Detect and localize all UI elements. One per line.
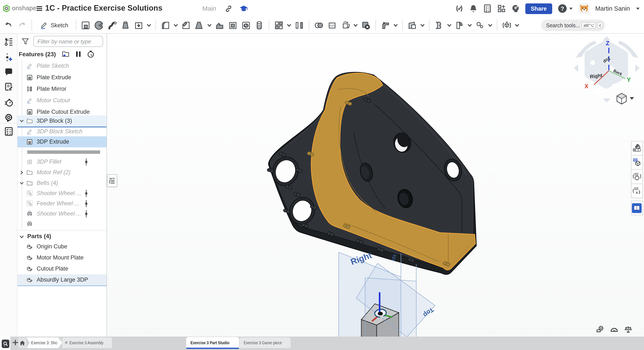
feature-row[interactable]: Motor Ref (2) [17, 167, 106, 178]
comments-icon[interactable] [4, 68, 13, 77]
part-row[interactable]: Absurdly Large 3DP [17, 274, 106, 286]
filter-icon[interactable] [22, 38, 29, 45]
protractor-icon[interactable] [610, 326, 618, 334]
chevron-down-icon[interactable] [636, 7, 640, 10]
version-tree-icon[interactable] [4, 38, 13, 46]
product-name[interactable]: onshape [12, 4, 36, 12]
feature-row[interactable]: 3DP Block (3) [17, 116, 106, 126]
hole-tool-icon[interactable] [241, 20, 252, 30]
chevron-right-icon[interactable] [19, 170, 24, 175]
help-menu[interactable]: ? [558, 4, 573, 13]
performance-icon[interactable] [4, 98, 13, 107]
sweep-tool-icon[interactable] [107, 20, 118, 30]
chamfer-tool-icon[interactable] [181, 20, 192, 30]
link-icon[interactable] [225, 5, 232, 12]
search-tools[interactable]: Search tools... alt/⌥ c [541, 20, 605, 31]
tape-measure-icon[interactable] [596, 326, 604, 334]
insert-feature-icon[interactable] [4, 53, 13, 62]
part-row[interactable]: Origin Cube [17, 241, 106, 252]
part-row[interactable]: Cutout Plate [17, 263, 106, 274]
document-breadcrumb-tab[interactable]: Exercise 3: Sho [26, 338, 62, 348]
learning-assistant-icon[interactable] [4, 113, 13, 122]
tab-exercise-3-game-piece[interactable]: Exercise 3 Game piece [240, 338, 290, 348]
help-icon[interactable]: ? [558, 4, 567, 13]
feature-menu-icon[interactable] [84, 210, 89, 217]
draft-tool-icon[interactable] [194, 20, 205, 30]
rollback-bar[interactable] [27, 150, 100, 154]
feature-menu-icon[interactable] [84, 190, 89, 197]
part-row[interactable]: Motor Mount Plate [17, 252, 106, 263]
filter-input[interactable]: Filter by name or type [33, 36, 103, 47]
tool-dropdown-caret[interactable] [147, 20, 152, 30]
fillet-tool-icon[interactable] [160, 20, 171, 30]
document-title[interactable]: 1C - Practice Exercise Solutions [45, 4, 162, 13]
curves-tool-icon[interactable] [475, 20, 486, 30]
boolean-tool-icon[interactable] [314, 20, 324, 30]
feature-row[interactable]: Plate Extrude [17, 72, 106, 83]
tool-dropdown-caret[interactable] [420, 20, 425, 30]
bracket-tool-icon[interactable] [434, 20, 444, 30]
transform-tool-icon[interactable] [340, 20, 351, 30]
revolve-tool-icon[interactable] [94, 20, 104, 30]
tool-dropdown-caret[interactable] [207, 20, 212, 30]
workspace-name[interactable]: Main [202, 5, 216, 12]
new-tab-button[interactable] [12, 339, 19, 346]
chevron-down-icon[interactable] [19, 234, 24, 240]
mirror-tool-icon[interactable] [294, 20, 305, 30]
rollback-history-icon[interactable] [87, 50, 94, 58]
avatar[interactable] [578, 3, 590, 14]
feature-row[interactable]: 3DP Block Sketch [17, 126, 106, 137]
modfillet-tool-icon[interactable] [380, 20, 391, 30]
tool-dropdown-caret[interactable] [447, 20, 452, 30]
tool-dropdown-caret[interactable] [468, 20, 472, 30]
tool-dropdown-caret[interactable] [488, 20, 493, 30]
create-folder-icon[interactable] [62, 50, 70, 58]
home-tab-button[interactable] [18, 338, 26, 348]
mass-properties-icon[interactable] [624, 326, 632, 334]
feature-row[interactable]: Motor Cutout [17, 95, 106, 106]
chevron-down-icon[interactable] [19, 181, 24, 186]
feature-row[interactable]: Belts (4) [17, 178, 106, 189]
notes-icon[interactable] [4, 82, 13, 91]
tab-exercise-3-assembly[interactable]: Exercise 3 Assembly [62, 338, 112, 348]
rib-tool-icon[interactable] [214, 20, 225, 30]
feature-row[interactable]: Feeder Wheel ... [17, 198, 106, 209]
sketch-button[interactable]: Sketch [36, 19, 72, 32]
thicken-tool-icon[interactable] [134, 20, 144, 30]
help-search-button[interactable] [2, 340, 9, 348]
tool-dropdown-caret[interactable] [394, 20, 398, 30]
facetool-tool-icon[interactable] [407, 20, 418, 30]
pattern-tool-icon[interactable] [274, 20, 284, 30]
delete-tool-icon[interactable] [361, 20, 371, 30]
tasks-checklist-icon[interactable] [483, 4, 492, 13]
extrude-tool-icon[interactable] [81, 20, 92, 30]
parts-header[interactable]: Parts (4) [27, 232, 51, 240]
feature-row[interactable]: Shooter Wheel ... [17, 188, 106, 199]
onshape-logo[interactable] [2, 5, 10, 12]
variables-panel-button[interactable]: x [631, 184, 643, 198]
feature-row[interactable]: Shooter Wheel ... [17, 208, 106, 220]
suppress-pause-icon[interactable] [74, 50, 82, 58]
undo-button[interactable] [4, 20, 14, 30]
notifications-bell-icon[interactable] [469, 4, 478, 13]
appearance-panel-button[interactable] [631, 141, 643, 155]
configurations-panel-button[interactable] [631, 155, 643, 170]
tool-dropdown-caret[interactable] [174, 20, 178, 30]
learning-panel-button[interactable] [631, 201, 643, 215]
chevron-down-icon[interactable] [19, 118, 24, 124]
feature-row[interactable]: 3DP Extrude [17, 136, 106, 148]
tool-dropdown-caret[interactable] [354, 20, 358, 30]
thread-tool-icon[interactable] [254, 20, 265, 30]
feature-row[interactable] [17, 218, 106, 230]
configuration-table-button[interactable] [631, 170, 643, 184]
ai-assistant-icon[interactable] [511, 4, 520, 13]
tool-dropdown-caret[interactable] [287, 20, 292, 30]
fscube-tool-icon[interactable] [502, 20, 512, 30]
shell-tool-icon[interactable] [228, 20, 238, 30]
checklist-panel-icon[interactable] [4, 127, 13, 136]
feature-menu-icon[interactable] [84, 158, 89, 165]
sheet-tool-icon[interactable] [454, 20, 465, 30]
learning-center-icon[interactable] [240, 5, 248, 12]
apps-grid-icon[interactable] [497, 4, 506, 13]
tool-dropdown-caret[interactable] [515, 20, 520, 30]
